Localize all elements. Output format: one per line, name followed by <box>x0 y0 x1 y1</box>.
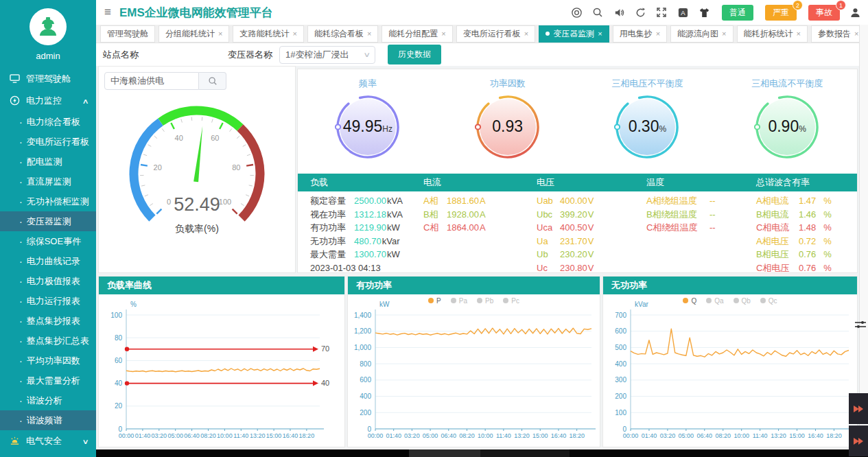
kpi-power-factor: 功率因数 0.93 <box>438 69 578 174</box>
sidebar-item-power-board[interactable]: ·电力综合看板 <box>0 112 96 132</box>
tab-energy-board[interactable]: 能耗综合看板× <box>307 25 378 43</box>
scrollbar-track[interactable] <box>859 25 868 457</box>
svg-text:01:40: 01:40 <box>386 432 401 439</box>
tab-substation-board[interactable]: 变电所运行看板× <box>456 25 535 43</box>
sidebar-item-hourly-report[interactable]: ·整点集抄报表 <box>0 311 96 331</box>
tab-energy-group-config[interactable]: 能耗分组配置× <box>382 25 452 43</box>
tab-energy-conversion-stats[interactable]: 能耗折标统计× <box>737 25 808 43</box>
tab-transformer-monitor[interactable]: 变压器监测× <box>539 25 609 43</box>
legend-item-Qc[interactable]: Qc <box>760 297 777 305</box>
avatar[interactable] <box>30 8 67 45</box>
sidebar-item-avg-power-factor[interactable]: ·平均功率因数 <box>0 351 96 371</box>
close-icon[interactable]: × <box>367 30 371 38</box>
sidebar-item-substation-board[interactable]: ·变电所运行看板 <box>0 132 96 152</box>
site-search-button[interactable] <box>199 72 226 90</box>
legend-item-Q[interactable]: Q <box>683 297 696 305</box>
close-icon[interactable]: × <box>656 30 660 38</box>
table-row: A相电流1.47% <box>744 194 857 208</box>
red-arrow-icon <box>853 404 864 414</box>
svg-text:13:20: 13:20 <box>514 432 530 439</box>
sidebar-item-soe-events[interactable]: ·综保SOE事件 <box>0 231 96 251</box>
red-arrow-icon <box>853 436 864 446</box>
legend-item-P[interactable]: P <box>428 297 441 305</box>
alarm-level-severe-badge[interactable]: 严重2 <box>765 5 797 21</box>
sidebar-item-transformer-monitor[interactable]: ·变压器监测 <box>0 211 96 231</box>
svg-text:18:20: 18:20 <box>299 432 315 439</box>
close-icon[interactable]: × <box>598 30 602 38</box>
sidebar-item-distribution-monitor[interactable]: ·配电监测 <box>0 152 96 172</box>
site-name-label: 站点名称 <box>103 49 139 61</box>
sidebar-menu: 管理驾驶舱 电力监控 ∧ ·电力综合看板 ·变电所运行看板 ·配电监测 ·直流屏… <box>0 68 96 452</box>
table-row: B相1928.00A <box>411 208 524 222</box>
search-icon[interactable] <box>591 6 604 19</box>
metrics-table: 负载 电流 电压 温度 总谐波含有率 额定容量2500.00kVA 视在功率13… <box>298 174 857 272</box>
svg-text:1,000: 1,000 <box>354 344 371 351</box>
svg-text:03:20: 03:20 <box>152 432 167 439</box>
kpi-frequency: 频率 49.95Hz <box>298 69 438 174</box>
sidebar-item-hourly-summary[interactable]: ·整点集抄汇总表 <box>0 331 96 351</box>
legend-item-Pc[interactable]: Pc <box>503 297 519 305</box>
sidebar-item-dc-screen-monitor[interactable]: ·直流屏监测 <box>0 172 96 191</box>
history-data-button[interactable]: 历史数据 <box>388 45 441 65</box>
sidebar-item-power-curve-record[interactable]: ·电力曲线记录 <box>0 251 96 271</box>
table-row: C相绕组温度-- <box>634 221 744 235</box>
sidebar-item-operation-report[interactable]: ·电力运行报表 <box>0 291 96 311</box>
refresh-icon[interactable] <box>634 6 646 19</box>
sidebar-item-dashboard[interactable]: 管理驾驶舱 <box>0 68 96 90</box>
close-icon[interactable]: × <box>854 30 858 38</box>
tab-meter-reading[interactable]: 用电集抄× <box>613 25 667 43</box>
legend-item-Qa[interactable]: Qa <box>706 297 723 305</box>
worker-avatar-icon <box>36 15 60 38</box>
sidebar-group-power-monitoring[interactable]: 电力监控 ∧ <box>0 90 96 112</box>
close-icon[interactable]: × <box>524 30 528 38</box>
floating-shortcut-button-2[interactable] <box>849 425 868 456</box>
fullscreen-icon[interactable] <box>655 6 668 19</box>
filter-bar: 站点名称 变压器名称 1#变榨油厂浸出 ∨ 历史数据 <box>96 43 859 66</box>
svg-text:500: 500 <box>615 344 626 351</box>
svg-text:10:00: 10:00 <box>217 432 233 439</box>
alarm-level-accident-badge[interactable]: 事故1 <box>808 5 840 21</box>
table-row: Uc230.80V <box>524 261 634 275</box>
severe-count-badge: 2 <box>793 0 803 10</box>
close-icon[interactable]: × <box>441 30 445 38</box>
table-row: 有功功率1219.90kW <box>298 221 411 235</box>
close-icon[interactable]: × <box>722 30 726 38</box>
sidebar-item-harmonic-analysis[interactable]: ·谐波分析 <box>0 390 96 410</box>
tab-group-energy-stats[interactable]: 分组能耗统计× <box>159 25 229 43</box>
legend-item-Qb[interactable]: Qb <box>734 297 751 305</box>
table-row: B相绕组温度-- <box>634 208 744 222</box>
sidebar-group-electrical-safety[interactable]: 电气安全 ∨ <box>0 430 96 452</box>
legend-item-Pa[interactable]: Pa <box>451 297 467 305</box>
help-circle-icon[interactable] <box>570 6 583 19</box>
main-content: 站点名称 变压器名称 1#变榨油厂浸出 ∨ 历史数据 020406080100 … <box>96 43 859 449</box>
tab-energy-flow[interactable]: 能源流向图× <box>670 25 733 43</box>
sidebar-item-harmonic-spectrum[interactable]: ·谐波频谱 <box>0 410 96 430</box>
site-search-input[interactable] <box>104 72 199 90</box>
sidebar-item-reactive-comp-monitor[interactable]: ·无功补偿柜监测 <box>0 191 96 211</box>
line-chart-svg: 02004006008001,0001,2001,400kW00:0001:40… <box>348 294 600 447</box>
kpi-voltage-unbalance: 三相电压不平衡度 0.30% <box>578 69 718 174</box>
theme-shirt-icon[interactable] <box>698 6 710 19</box>
table-row: A相1881.60A <box>411 194 524 208</box>
translate-icon[interactable]: A <box>677 6 689 19</box>
svg-text:40: 40 <box>321 379 329 387</box>
svg-text:18:20: 18:20 <box>569 432 585 439</box>
user-icon[interactable] <box>849 6 861 19</box>
user-profile: admin <box>0 0 96 61</box>
transformer-select[interactable]: 1#变榨油厂浸出 ∨ <box>279 46 375 64</box>
tab-parameter-report[interactable]: 参数报告× <box>811 25 859 43</box>
tab-management-cockpit[interactable]: 管理驾驶舱 <box>100 25 155 43</box>
tab-branch-energy-stats[interactable]: 支路能耗统计× <box>233 25 303 43</box>
sidebar-item-extreme-report[interactable]: ·电力极值报表 <box>0 271 96 291</box>
menu-toggle-icon[interactable]: ≡ <box>104 5 111 19</box>
speaker-icon[interactable] <box>613 6 625 19</box>
close-icon[interactable]: × <box>218 30 222 38</box>
close-icon[interactable]: × <box>797 30 801 38</box>
close-icon[interactable]: × <box>292 30 296 38</box>
adjust-sliders-icon[interactable] <box>855 320 866 333</box>
sidebar-item-max-demand[interactable]: ·最大需量分析 <box>0 371 96 390</box>
alarm-level-normal-badge[interactable]: 普通 <box>722 5 753 21</box>
svg-text:80: 80 <box>232 163 240 172</box>
floating-shortcut-button-1[interactable] <box>849 393 868 424</box>
legend-item-Pb[interactable]: Pb <box>477 297 493 305</box>
